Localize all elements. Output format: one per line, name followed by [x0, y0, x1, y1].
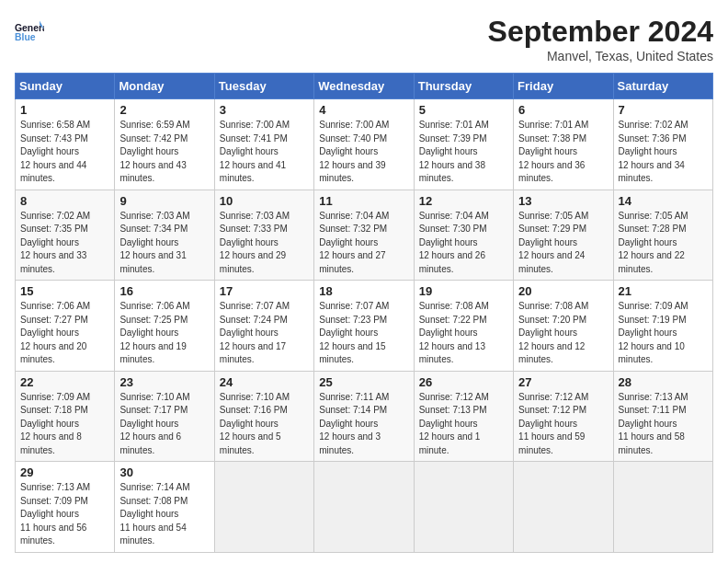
calendar-cell: 13Sunrise: 7:05 AMSunset: 7:29 PMDayligh…	[514, 190, 613, 281]
calendar-cell: 18Sunrise: 7:07 AMSunset: 7:23 PMDayligh…	[314, 281, 414, 372]
calendar-week-5: 29Sunrise: 7:13 AMSunset: 7:09 PMDayligh…	[16, 462, 713, 553]
calendar-week-4: 22Sunrise: 7:09 AMSunset: 7:18 PMDayligh…	[16, 371, 713, 462]
col-header-tuesday: Tuesday	[214, 74, 313, 99]
calendar-cell: 29Sunrise: 7:13 AMSunset: 7:09 PMDayligh…	[16, 462, 115, 553]
calendar-week-3: 15Sunrise: 7:06 AMSunset: 7:27 PMDayligh…	[16, 281, 713, 372]
logo: General Blue	[15, 15, 44, 44]
calendar-cell: 5Sunrise: 7:01 AMSunset: 7:39 PMDaylight…	[414, 99, 513, 190]
calendar-cell: 2Sunrise: 6:59 AMSunset: 7:42 PMDaylight…	[115, 99, 214, 190]
day-info: Sunrise: 7:09 AMSunset: 7:19 PMDaylight …	[619, 300, 708, 367]
calendar-cell: 27Sunrise: 7:12 AMSunset: 7:12 PMDayligh…	[514, 371, 613, 462]
day-info: Sunrise: 6:58 AMSunset: 7:43 PMDaylight …	[20, 119, 109, 186]
day-number: 18	[319, 284, 408, 298]
calendar-cell: 20Sunrise: 7:08 AMSunset: 7:20 PMDayligh…	[514, 281, 613, 372]
day-info: Sunrise: 7:07 AMSunset: 7:24 PMDaylight …	[220, 300, 309, 367]
day-info: Sunrise: 7:06 AMSunset: 7:25 PMDaylight …	[119, 300, 209, 367]
day-number: 14	[619, 194, 708, 208]
col-header-sunday: Sunday	[16, 74, 115, 99]
calendar-cell: 7Sunrise: 7:02 AMSunset: 7:36 PMDaylight…	[613, 99, 712, 190]
day-info: Sunrise: 7:08 AMSunset: 7:22 PMDaylight …	[419, 300, 508, 367]
day-number: 27	[518, 375, 608, 389]
col-header-wednesday: Wednesday	[314, 74, 414, 99]
day-number: 20	[518, 284, 608, 298]
calendar-cell: 4Sunrise: 7:00 AMSunset: 7:40 PMDaylight…	[314, 99, 414, 190]
day-info: Sunrise: 7:03 AMSunset: 7:34 PMDaylight …	[119, 210, 209, 277]
col-header-thursday: Thursday	[414, 74, 513, 99]
calendar-table: SundayMondayTuesdayWednesdayThursdayFrid…	[15, 73, 713, 553]
day-number: 15	[20, 284, 109, 298]
day-number: 11	[319, 194, 408, 208]
day-number: 29	[20, 465, 109, 479]
svg-text:Blue: Blue	[15, 32, 36, 42]
logo-icon: General Blue	[15, 15, 44, 44]
day-number: 8	[20, 194, 109, 208]
day-info: Sunrise: 7:04 AMSunset: 7:30 PMDaylight …	[419, 210, 508, 277]
day-number: 19	[419, 284, 508, 298]
day-info: Sunrise: 7:00 AMSunset: 7:41 PMDaylight …	[220, 119, 309, 186]
col-header-friday: Friday	[514, 74, 613, 99]
location: Manvel, Texas, United States	[488, 49, 713, 63]
calendar-cell: 9Sunrise: 7:03 AMSunset: 7:34 PMDaylight…	[115, 190, 214, 281]
calendar-cell: 30Sunrise: 7:14 AMSunset: 7:08 PMDayligh…	[115, 462, 214, 553]
day-info: Sunrise: 7:12 AMSunset: 7:12 PMDaylight …	[518, 391, 608, 458]
day-number: 17	[220, 284, 309, 298]
month-title: September 2024	[488, 15, 713, 49]
day-number: 12	[419, 194, 508, 208]
day-number: 16	[119, 284, 209, 298]
day-info: Sunrise: 7:08 AMSunset: 7:20 PMDaylight …	[518, 300, 608, 367]
calendar-cell: 11Sunrise: 7:04 AMSunset: 7:32 PMDayligh…	[314, 190, 414, 281]
day-info: Sunrise: 7:09 AMSunset: 7:18 PMDaylight …	[20, 391, 109, 458]
day-info: Sunrise: 7:04 AMSunset: 7:32 PMDaylight …	[319, 210, 408, 277]
day-number: 4	[319, 103, 408, 117]
calendar-cell: 26Sunrise: 7:12 AMSunset: 7:13 PMDayligh…	[414, 371, 513, 462]
calendar-cell: 16Sunrise: 7:06 AMSunset: 7:25 PMDayligh…	[115, 281, 214, 372]
day-info: Sunrise: 7:12 AMSunset: 7:13 PMDaylight …	[419, 391, 508, 458]
day-info: Sunrise: 7:01 AMSunset: 7:39 PMDaylight …	[419, 119, 508, 186]
calendar-cell: 10Sunrise: 7:03 AMSunset: 7:33 PMDayligh…	[214, 190, 313, 281]
calendar-cell: 24Sunrise: 7:10 AMSunset: 7:16 PMDayligh…	[214, 371, 313, 462]
calendar-cell: 14Sunrise: 7:05 AMSunset: 7:28 PMDayligh…	[613, 190, 712, 281]
calendar-cell: 28Sunrise: 7:13 AMSunset: 7:11 PMDayligh…	[613, 371, 712, 462]
day-info: Sunrise: 7:10 AMSunset: 7:17 PMDaylight …	[119, 391, 209, 458]
calendar-cell: 21Sunrise: 7:09 AMSunset: 7:19 PMDayligh…	[613, 281, 712, 372]
day-info: Sunrise: 7:00 AMSunset: 7:40 PMDaylight …	[319, 119, 408, 186]
day-info: Sunrise: 7:02 AMSunset: 7:36 PMDaylight …	[619, 119, 708, 186]
calendar-week-1: 1Sunrise: 6:58 AMSunset: 7:43 PMDaylight…	[16, 99, 713, 190]
day-info: Sunrise: 7:06 AMSunset: 7:27 PMDaylight …	[20, 300, 109, 367]
day-number: 28	[619, 375, 708, 389]
calendar-week-2: 8Sunrise: 7:02 AMSunset: 7:35 PMDaylight…	[16, 190, 713, 281]
calendar-cell	[214, 462, 313, 553]
day-info: Sunrise: 7:07 AMSunset: 7:23 PMDaylight …	[319, 300, 408, 367]
calendar-cell: 23Sunrise: 7:10 AMSunset: 7:17 PMDayligh…	[115, 371, 214, 462]
calendar-cell: 6Sunrise: 7:01 AMSunset: 7:38 PMDaylight…	[514, 99, 613, 190]
day-info: Sunrise: 7:02 AMSunset: 7:35 PMDaylight …	[20, 210, 109, 277]
calendar-cell: 8Sunrise: 7:02 AMSunset: 7:35 PMDaylight…	[16, 190, 115, 281]
page-header: General Blue September 2024 Manvel, Texa…	[15, 15, 713, 63]
calendar-cell: 19Sunrise: 7:08 AMSunset: 7:22 PMDayligh…	[414, 281, 513, 372]
col-header-saturday: Saturday	[613, 74, 712, 99]
calendar-cell	[514, 462, 613, 553]
day-number: 21	[619, 284, 708, 298]
day-info: Sunrise: 7:05 AMSunset: 7:29 PMDaylight …	[518, 210, 608, 277]
col-header-monday: Monday	[115, 74, 214, 99]
day-info: Sunrise: 7:13 AMSunset: 7:11 PMDaylight …	[619, 391, 708, 458]
day-info: Sunrise: 7:11 AMSunset: 7:14 PMDaylight …	[319, 391, 408, 458]
day-number: 26	[419, 375, 508, 389]
calendar-cell	[414, 462, 513, 553]
day-number: 22	[20, 375, 109, 389]
calendar-cell	[613, 462, 712, 553]
calendar-cell: 25Sunrise: 7:11 AMSunset: 7:14 PMDayligh…	[314, 371, 414, 462]
calendar-cell: 1Sunrise: 6:58 AMSunset: 7:43 PMDaylight…	[16, 99, 115, 190]
day-info: Sunrise: 7:10 AMSunset: 7:16 PMDaylight …	[220, 391, 309, 458]
day-info: Sunrise: 7:14 AMSunset: 7:08 PMDaylight …	[119, 481, 209, 548]
day-number: 13	[518, 194, 608, 208]
calendar-cell: 12Sunrise: 7:04 AMSunset: 7:30 PMDayligh…	[414, 190, 513, 281]
day-number: 23	[119, 375, 209, 389]
day-number: 25	[319, 375, 408, 389]
day-info: Sunrise: 6:59 AMSunset: 7:42 PMDaylight …	[119, 119, 209, 186]
day-number: 30	[119, 465, 209, 479]
calendar-cell: 22Sunrise: 7:09 AMSunset: 7:18 PMDayligh…	[16, 371, 115, 462]
day-number: 5	[419, 103, 508, 117]
day-info: Sunrise: 7:01 AMSunset: 7:38 PMDaylight …	[518, 119, 608, 186]
day-number: 24	[220, 375, 309, 389]
